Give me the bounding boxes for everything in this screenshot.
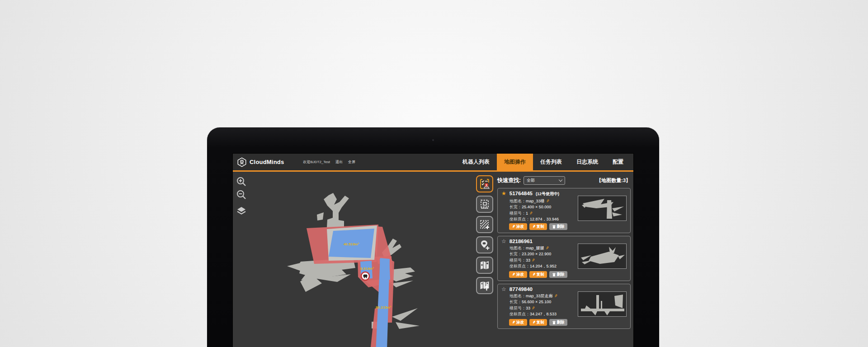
map-controls (236, 176, 247, 216)
pencil-icon: ✎ (532, 272, 536, 277)
map-name-value: map_33楼 (526, 199, 545, 203)
map-origin-value: 12.874，33.946 (530, 217, 559, 221)
trash-icon (552, 273, 556, 277)
welcome-text: 欢迎BJDT2_Test (303, 159, 330, 164)
map-name-value: map_33层走廊 (526, 294, 553, 298)
map-card[interactable]: ☆ 82186961 地图名：map_腿腿✎ 长宽：23.200 × 22.90… (497, 236, 631, 281)
fullscreen-link[interactable]: 全屏 (348, 159, 355, 164)
map-thumbnail[interactable] (578, 196, 627, 221)
tool-patrol-points-button[interactable] (476, 175, 493, 192)
favorite-star-icon[interactable]: ☆ (501, 286, 506, 292)
map-origin-label: 坐标原点： (509, 264, 530, 268)
map-count-text: 【地图数量:3】 (596, 177, 632, 184)
pencil-icon: ✎ (512, 272, 515, 277)
edit-floor-icon[interactable]: ✎ (531, 257, 536, 264)
nav-item-config[interactable]: 配置 (605, 154, 631, 171)
map-status: (12号使用中) (536, 191, 559, 197)
map-floor-label: 楼层号： (509, 258, 526, 263)
area-label-small: 8.614m² (360, 267, 374, 271)
map-size-label: 长宽： (509, 252, 522, 256)
map-size-value: 25.400 × 50.000 (522, 205, 551, 209)
add-location-pin-icon (479, 239, 491, 251)
map-size-label: 长宽： (509, 300, 522, 304)
edit-name-icon[interactable]: ✎ (545, 198, 550, 205)
edit-floor-icon[interactable]: ✎ (529, 210, 533, 217)
nav-item-robot-list[interactable]: 机器人列表 (455, 154, 497, 171)
quick-search-label: 快速查找: (497, 177, 521, 184)
favorite-star-icon[interactable]: ☆ (501, 239, 506, 244)
map-name-label: 地图名： (509, 246, 526, 250)
nav-item-task-list[interactable]: 任务列表 (533, 154, 569, 171)
panel-header: 快速查找: 全部 【地图数量:3】 (497, 175, 632, 185)
webcam-dot (432, 139, 434, 141)
map-origin-label: 坐标原点： (509, 312, 530, 316)
measure-area-icon (479, 198, 491, 210)
area-label-corridor: 80.215m² (376, 305, 392, 309)
map-edit-button[interactable]: ✎涂改 (509, 319, 527, 326)
map-size-value: 23.200 × 22.900 (522, 252, 551, 256)
map-delete-button[interactable]: 删除 (549, 319, 567, 326)
brand-name: CloudMinds (250, 159, 284, 165)
map-id: 82186961 (509, 239, 533, 244)
edit-floor-icon[interactable]: ✎ (531, 305, 536, 312)
map-card[interactable]: ☆ 87749840 地图名：map_33层走廊✎ 长宽：56.600 × 25… (497, 284, 631, 329)
trash-icon (552, 225, 556, 229)
edit-name-icon[interactable]: ✎ (545, 245, 549, 252)
pencil-icon: ✎ (532, 224, 536, 229)
folded-map-pin-icon (479, 259, 491, 271)
add-hatched-zone-icon (479, 219, 491, 230)
map-card[interactable]: ★ 51764845 (12号使用中) 地图名：map_33楼✎ 长宽：25.4… (497, 188, 631, 233)
map-name-value: map_腿腿 (526, 246, 544, 250)
map-scan-fork-top (324, 193, 349, 228)
nav-menu: 机器人列表 地图操作 任务列表 日志系统 配置 (455, 154, 633, 171)
map-copy-button[interactable]: ✎复制 (529, 223, 547, 230)
edit-name-icon[interactable]: ✎ (553, 293, 558, 300)
map-id: 51764845 (509, 191, 533, 196)
layers-icon[interactable] (236, 205, 247, 216)
map-origin-value: 34.247，8.533 (530, 312, 557, 316)
map-thumbnail[interactable] (578, 291, 627, 317)
map-thumbnail-image (578, 292, 626, 316)
map-size-label: 长宽： (509, 205, 522, 209)
nav-item-log-system[interactable]: 日志系统 (569, 154, 605, 171)
tool-measure-area-button[interactable] (476, 196, 493, 213)
top-navbar: CloudMinds 欢迎BJDT2_Test 退出 全屏 机器人列表 地图操作… (233, 154, 633, 172)
favorite-star-icon[interactable]: ★ (501, 191, 506, 196)
area-label-large: 40.519m² (344, 242, 359, 246)
filter-dropdown[interactable]: 全部 (524, 176, 565, 185)
map-canvas[interactable]: 40.519m² 8.614m² 80.215m² (233, 173, 475, 347)
map-floor-label: 楼层号： (509, 306, 526, 310)
map-origin-value: 14.204，5.952 (530, 264, 557, 268)
main-content: 40.519m² 8.614m² 80.215m² (233, 173, 633, 347)
map-upload-icon (479, 280, 491, 291)
map-size-value: 56.600 × 25.100 (522, 300, 551, 304)
nav-item-map-operation[interactable]: 地图操作 (497, 154, 533, 171)
laptop-mockup: CloudMinds 欢迎BJDT2_Test 退出 全屏 机器人列表 地图操作… (207, 127, 659, 347)
tool-add-point-button[interactable] (476, 236, 493, 253)
map-copy-button[interactable]: ✎复制 (529, 319, 547, 326)
zoom-in-icon[interactable] (236, 176, 247, 187)
map-edit-button[interactable]: ✎涂改 (509, 223, 527, 230)
robot-position-marker[interactable] (361, 272, 369, 280)
map-origin-label: 坐标原点： (509, 217, 530, 221)
chevron-down-icon (559, 178, 562, 181)
map-edit-button[interactable]: ✎涂改 (509, 271, 527, 278)
map-floor-value: 1 (526, 211, 528, 216)
tool-upload-map-button[interactable] (476, 277, 493, 294)
brand: CloudMinds (233, 157, 284, 167)
tool-map-marker-button[interactable] (476, 257, 493, 274)
cloudminds-logo-icon (237, 157, 247, 167)
map-copy-button[interactable]: ✎复制 (529, 271, 547, 278)
pencil-icon: ✎ (512, 320, 515, 324)
app-screen: CloudMinds 欢迎BJDT2_Test 退出 全屏 机器人列表 地图操作… (233, 154, 633, 347)
logout-link[interactable]: 退出 (335, 159, 343, 164)
map-thumbnail-image (578, 196, 626, 220)
map-delete-button[interactable]: 删除 (549, 271, 567, 278)
map-delete-button[interactable]: 删除 (549, 223, 567, 230)
map-floor-value: 33 (526, 306, 530, 310)
tool-add-zone-button[interactable] (476, 216, 493, 233)
floor-map-svg: 40.519m² 8.614m² 80.215m² (233, 173, 475, 347)
zoom-out-icon[interactable] (236, 189, 247, 200)
map-thumbnail[interactable] (578, 244, 627, 269)
map-floor-value: 33 (526, 258, 530, 263)
